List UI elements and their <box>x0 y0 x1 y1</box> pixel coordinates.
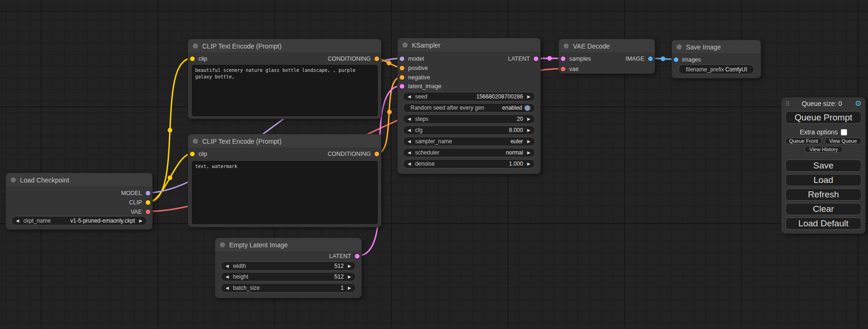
latent-port-icon[interactable] <box>355 254 360 259</box>
widget-label: ckpt_name <box>23 217 51 224</box>
output-label: VAE <box>131 209 142 215</box>
node-empty-latent-image[interactable]: Empty Latent Image LATENT ◀ width 512 ▶ … <box>215 238 362 298</box>
node-title: CLIP Text Encode (Prompt) <box>202 138 282 145</box>
conditioning-port-icon[interactable] <box>400 66 404 70</box>
extra-options-checkbox[interactable] <box>841 129 847 135</box>
cfg-widget[interactable]: ◀ cfg 8.000 ▶ <box>403 126 535 135</box>
scheduler-widget[interactable]: ◀ scheduler normal ▶ <box>403 148 535 157</box>
toggle-circle-icon[interactable] <box>524 105 530 111</box>
arrow-left-icon[interactable]: ◀ <box>408 151 411 155</box>
latent-port-icon[interactable] <box>400 84 404 89</box>
input-slot-model: model <box>398 54 424 63</box>
clip-port-icon[interactable] <box>146 200 150 205</box>
collapse-dot-icon[interactable] <box>11 177 16 182</box>
output-label: LATENT <box>508 56 530 62</box>
ckpt-name-widget[interactable]: ◀ ckpt_name v1-5-pruned-emaonly.ckpt ▶ <box>11 216 147 225</box>
conditioning-port-icon[interactable] <box>400 75 404 80</box>
latent-port-icon[interactable] <box>561 56 565 61</box>
clear-button[interactable]: Clear <box>785 203 861 215</box>
link-midpoint-dot <box>547 56 552 61</box>
height-widget[interactable]: ◀ height 512 ▶ <box>221 272 356 281</box>
vae-port-icon[interactable] <box>146 210 150 214</box>
arrow-left-icon[interactable]: ◀ <box>16 219 19 223</box>
collapse-dot-icon[interactable] <box>193 139 198 144</box>
arrow-left-icon[interactable]: ◀ <box>226 286 229 290</box>
arrow-left-icon[interactable]: ◀ <box>226 275 229 279</box>
node-titlebar[interactable]: Load Checkpoint <box>6 173 152 187</box>
arrow-right-icon[interactable]: ▶ <box>527 128 530 133</box>
node-titlebar[interactable]: KSampler <box>398 38 540 52</box>
collapse-dot-icon[interactable] <box>402 42 408 48</box>
node-titlebar[interactable]: CLIP Text Encode (Prompt) <box>188 39 381 53</box>
queue-front-button[interactable]: Queue Front <box>785 138 822 144</box>
arrow-right-icon[interactable]: ▶ <box>527 151 530 155</box>
queue-prompt-button[interactable]: Queue Prompt <box>785 111 861 124</box>
link-midpoint-dot <box>387 61 391 65</box>
node-title: Save Image <box>686 43 721 51</box>
width-widget[interactable]: ◀ width 512 ▶ <box>221 261 356 271</box>
output-slot-model: MODEL <box>121 189 152 198</box>
node-save-image[interactable]: Save Image images filename_prefix ComfyU… <box>671 40 761 78</box>
batch-size-widget[interactable]: ◀ batch_size 1 ▶ <box>221 283 356 293</box>
view-queue-button[interactable]: View Queue <box>825 138 861 144</box>
conditioning-port-icon[interactable] <box>374 56 379 61</box>
arrow-left-icon[interactable]: ◀ <box>408 140 411 144</box>
image-port-icon[interactable] <box>674 57 678 62</box>
arrow-right-icon[interactable]: ▶ <box>348 286 351 290</box>
arrow-right-icon[interactable]: ▶ <box>527 95 530 99</box>
clip-port-icon[interactable] <box>190 152 195 156</box>
node-titlebar[interactable]: VAE Decode <box>559 39 655 53</box>
filename-prefix-widget[interactable]: filename_prefix ComfyUI <box>678 64 754 74</box>
load-button[interactable]: Load <box>785 174 861 186</box>
arrow-right-icon[interactable]: ▶ <box>527 140 530 144</box>
save-button[interactable]: Save <box>785 160 861 172</box>
output-slot-latent: LATENT <box>329 252 361 261</box>
collapse-dot-icon[interactable] <box>220 242 225 247</box>
node-ksampler[interactable]: KSampler model LATENT positive negative … <box>397 38 541 174</box>
model-port-icon[interactable] <box>400 56 404 61</box>
node-title: Load Checkpoint <box>20 176 69 184</box>
widget-value: normal <box>506 149 523 156</box>
widget-value: 1 <box>340 285 344 291</box>
arrow-left-icon[interactable]: ◀ <box>408 95 411 99</box>
arrow-left-icon[interactable]: ◀ <box>408 162 411 166</box>
arrow-right-icon[interactable]: ▶ <box>139 219 142 223</box>
drag-handle-icon[interactable]: ⠿ <box>785 100 789 107</box>
node-vae-decode[interactable]: VAE Decode samples IMAGE vae <box>558 39 655 74</box>
latent-port-icon[interactable] <box>534 56 538 61</box>
node-titlebar[interactable]: Save Image <box>672 40 761 54</box>
sampler-name-widget[interactable]: ◀ sampler_name euler ▶ <box>403 137 535 146</box>
refresh-button[interactable]: Refresh <box>785 189 861 201</box>
collapse-dot-icon[interactable] <box>193 43 198 49</box>
steps-widget[interactable]: ◀ steps 20 ▶ <box>403 114 535 124</box>
arrow-left-icon[interactable]: ◀ <box>226 264 229 268</box>
arrow-left-icon[interactable]: ◀ <box>408 117 411 121</box>
graph-canvas[interactable]: Load Checkpoint MODEL CLIP VAE ◀ ckpt_na… <box>0 0 868 329</box>
node-load-checkpoint[interactable]: Load Checkpoint MODEL CLIP VAE ◀ ckpt_na… <box>6 173 153 230</box>
node-titlebar[interactable]: Empty Latent Image <box>215 238 361 252</box>
settings-gear-icon[interactable]: ⚙ <box>855 100 861 107</box>
conditioning-port-icon[interactable] <box>374 152 379 156</box>
clip-port-icon[interactable] <box>190 56 195 61</box>
denoise-widget[interactable]: ◀ denoise 1.000 ▶ <box>403 159 535 168</box>
vae-port-icon[interactable] <box>561 67 565 71</box>
random-seed-toggle-widget[interactable]: Random seed after every gen enabled <box>403 103 535 112</box>
seed-widget[interactable]: ◀ seed 156680208700286 ▶ <box>403 92 535 101</box>
node-clip-text-encode-positive[interactable]: CLIP Text Encode (Prompt) clip CONDITION… <box>188 39 381 119</box>
collapse-dot-icon[interactable] <box>564 43 569 49</box>
image-port-icon[interactable] <box>648 56 653 61</box>
node-titlebar[interactable]: CLIP Text Encode (Prompt) <box>188 134 381 148</box>
positive-prompt-textarea[interactable]: beautiful scenery nature glass bottle la… <box>192 65 378 116</box>
node-clip-text-encode-negative[interactable]: CLIP Text Encode (Prompt) clip CONDITION… <box>188 134 381 227</box>
arrow-right-icon[interactable]: ▶ <box>527 162 530 166</box>
load-default-button[interactable]: Load Default <box>785 217 861 230</box>
collapse-dot-icon[interactable] <box>677 44 682 49</box>
negative-prompt-textarea[interactable]: text, watermark <box>192 161 378 224</box>
model-port-icon[interactable] <box>146 191 150 196</box>
arrow-right-icon[interactable]: ▶ <box>348 264 351 268</box>
arrow-right-icon[interactable]: ▶ <box>348 275 351 279</box>
view-history-button[interactable]: View History <box>804 146 843 153</box>
arrow-right-icon[interactable]: ▶ <box>527 117 530 121</box>
arrow-left-icon[interactable]: ◀ <box>408 128 411 133</box>
widget-label: batch_size <box>233 285 260 291</box>
